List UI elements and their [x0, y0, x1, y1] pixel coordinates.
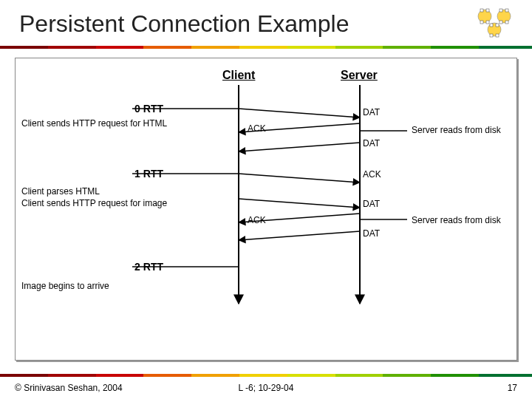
- note-image-arrive: Image begins to arrive: [21, 280, 191, 292]
- slide-footer: © Srinivasan Seshan, 2004 L -6; 10-29-04…: [15, 383, 517, 393]
- svg-rect-11: [490, 24, 493, 27]
- svg-rect-13: [490, 34, 493, 37]
- note-server-reads-2: Server reads from disk: [412, 215, 501, 225]
- svg-line-25: [239, 199, 360, 208]
- footer-lecture-id: L -6; 10-29-04: [15, 383, 517, 393]
- msg-dat-2: DAT: [363, 138, 380, 149]
- svg-rect-6: [486, 21, 489, 24]
- rtt-1-label: 1 RTT: [104, 168, 163, 180]
- svg-rect-3: [480, 9, 483, 12]
- note-client-send-html: Client sends HTTP request for HTML: [21, 117, 191, 129]
- svg-line-20: [239, 109, 360, 117]
- svg-line-24: [239, 174, 360, 183]
- footer-page-number: 17: [508, 383, 517, 393]
- msg-dat-4: DAT: [363, 228, 380, 239]
- msg-dat-1: DAT: [363, 107, 380, 117]
- note-client-parse-line1: Client parses HTML: [21, 186, 100, 197]
- svg-point-2: [488, 23, 501, 36]
- slide-title: Persistent Connection Example: [19, 10, 349, 38]
- rtt-0-label: 0 RTT: [104, 103, 163, 115]
- svg-rect-8: [505, 9, 508, 12]
- msg-ack-2: ACK: [363, 169, 381, 180]
- svg-rect-4: [486, 9, 489, 12]
- note-client-parse: Client parses HTML Client sends HTTP req…: [21, 185, 191, 209]
- svg-rect-5: [480, 21, 483, 24]
- title-accent-bar: [0, 46, 532, 53]
- msg-ack-1: ACK: [248, 123, 266, 134]
- svg-line-28: [239, 231, 360, 240]
- svg-line-23: [239, 143, 360, 151]
- svg-rect-10: [505, 21, 508, 24]
- svg-rect-12: [496, 24, 499, 27]
- svg-rect-7: [499, 9, 502, 12]
- note-server-reads-1: Server reads from disk: [412, 125, 501, 135]
- msg-ack-3: ACK: [248, 215, 266, 225]
- diagram-frame: Client Server: [15, 58, 517, 361]
- msg-dat-3: DAT: [363, 199, 380, 209]
- rtt-2-label: 2 RTT: [104, 261, 163, 273]
- svg-rect-14: [496, 34, 499, 37]
- sequence-diagram: [16, 58, 518, 361]
- svg-point-0: [478, 10, 491, 23]
- corner-network-icon: [471, 6, 519, 41]
- svg-point-1: [497, 10, 511, 23]
- footer-accent-bar: [0, 374, 532, 378]
- svg-rect-9: [499, 21, 502, 24]
- note-client-send-image: Client sends HTTP request for image: [21, 198, 167, 208]
